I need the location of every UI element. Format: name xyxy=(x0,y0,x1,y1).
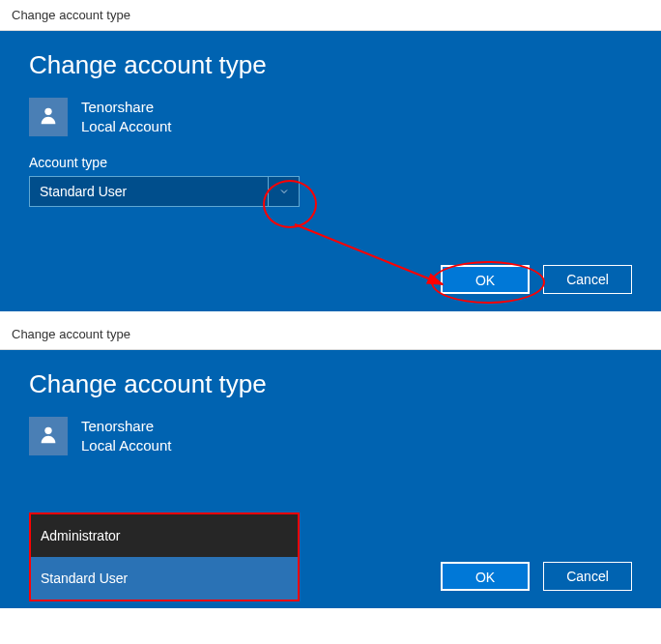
option-standard-user[interactable]: Standard User xyxy=(31,557,298,600)
user-icon xyxy=(38,104,59,130)
user-name: Tenorshare xyxy=(81,98,171,117)
window-title: Change account type xyxy=(0,0,661,31)
svg-point-0 xyxy=(44,108,51,115)
user-kind: Local Account xyxy=(81,436,171,455)
ok-button[interactable]: OK xyxy=(441,562,530,591)
user-info-row: Tenorshare Local Account xyxy=(29,417,632,456)
user-text: Tenorshare Local Account xyxy=(81,417,171,456)
account-type-label: Account type xyxy=(29,155,632,170)
avatar xyxy=(29,98,68,136)
user-text: Tenorshare Local Account xyxy=(81,98,171,137)
cancel-button[interactable]: Cancel xyxy=(543,265,632,294)
user-info-row: Tenorshare Local Account xyxy=(29,98,632,137)
option-administrator[interactable]: Administrator xyxy=(31,514,298,557)
avatar xyxy=(29,417,68,455)
user-name: Tenorshare xyxy=(81,417,171,436)
panel-change-account-type: Change account type Tenorshare Local Acc… xyxy=(0,31,661,311)
button-row: OK Cancel xyxy=(29,265,632,294)
page-heading: Change account type xyxy=(29,369,632,399)
user-icon xyxy=(38,424,59,449)
user-kind: Local Account xyxy=(81,117,171,136)
page-heading: Change account type xyxy=(29,50,632,80)
panel-change-account-type-expanded: Change account type Tenorshare Local Acc… xyxy=(0,350,661,609)
ok-button[interactable]: OK xyxy=(441,265,530,294)
window-title: Change account type xyxy=(0,319,661,350)
account-type-dropdown[interactable]: Standard User xyxy=(29,176,300,207)
chevron-down-icon xyxy=(268,177,299,206)
account-type-dropdown-list: Administrator Standard User xyxy=(29,512,300,601)
svg-point-2 xyxy=(44,426,51,433)
cancel-button[interactable]: Cancel xyxy=(543,562,632,591)
dropdown-value: Standard User xyxy=(40,184,127,199)
